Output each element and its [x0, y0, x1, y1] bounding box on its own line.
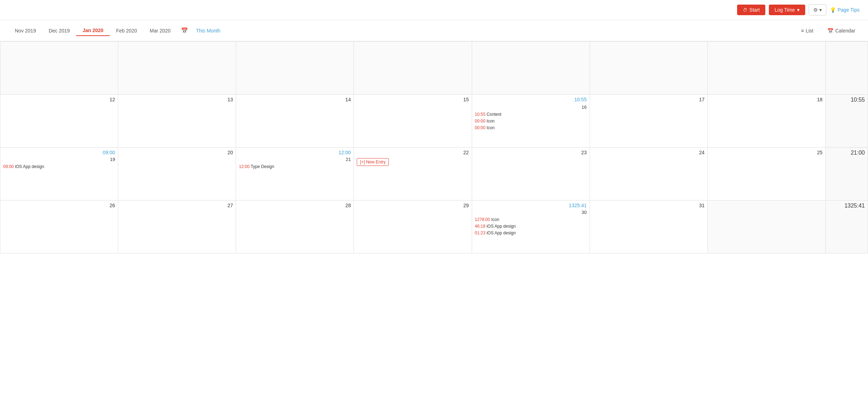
- day-number: 15: [357, 97, 469, 102]
- list-icon: ≡: [801, 28, 804, 34]
- day-number: 25: [711, 150, 822, 155]
- day-cell-13: 13: [118, 95, 236, 148]
- new-entry-button[interactable]: [+] New Entry: [357, 158, 388, 166]
- entry-0900-ios[interactable]: 09:00 iOS App design: [3, 163, 115, 170]
- day-cell: [708, 42, 826, 95]
- calendar-view-button[interactable]: 📅 Calendar: [823, 26, 860, 36]
- day-number-19: 19: [3, 157, 115, 162]
- day-cell-24: 24: [590, 148, 708, 200]
- bulb-icon: 💡: [830, 7, 836, 13]
- dropdown-arrow-icon: ▾: [797, 7, 800, 13]
- month-tab-nov2019[interactable]: Nov 2019: [8, 26, 42, 36]
- month-tab-jan2020[interactable]: Jan 2020: [76, 25, 110, 36]
- day-number: 23: [475, 150, 587, 155]
- day-number: 27: [121, 203, 233, 208]
- month-tab-mar2020[interactable]: Mar 2020: [143, 26, 177, 36]
- calendar-icon: 📅: [827, 28, 833, 34]
- day-total-19: 09:00: [3, 150, 115, 155]
- day-cell-18: 18: [708, 95, 826, 148]
- day-cell: [0, 42, 118, 95]
- day-number: 18: [711, 97, 822, 102]
- new-entry-container: [+] New Entry: [357, 157, 469, 166]
- day-cell-29: 29: [354, 200, 472, 253]
- day-cell-30[interactable]: 1325:41 30 1278:00 Icon 46:18 iOS App de…: [472, 200, 590, 253]
- day-number: 20: [121, 150, 233, 155]
- day-cell-12: 12: [0, 95, 118, 148]
- day-number: 29: [357, 203, 469, 208]
- day-number: 13: [121, 97, 233, 102]
- toolbar: ⏱ Start Log Time ▾ ⚙ ▾ 💡 Page Tips: [0, 0, 868, 20]
- entry-1200-type[interactable]: 12:00 Type Design: [239, 163, 351, 170]
- month-nav-right: ≡ List 📅 Calendar: [797, 26, 860, 36]
- day-number: 26: [3, 203, 115, 208]
- day-cell-22: 22 [+] New Entry: [354, 148, 472, 200]
- gear-button[interactable]: ⚙ ▾: [809, 4, 826, 16]
- day-number: 12: [3, 97, 115, 102]
- day-number-30: 30: [475, 210, 587, 215]
- day-cell-26: 26: [0, 200, 118, 253]
- entry-1278-icon[interactable]: 1278:00 Icon: [475, 216, 587, 223]
- day-cell: [236, 42, 354, 95]
- day-number: 31: [593, 203, 705, 208]
- day-cell-27: 27: [118, 200, 236, 253]
- entry-1055-content[interactable]: 10:55 Content: [475, 111, 587, 118]
- day-cell-empty-end: [708, 200, 826, 253]
- calendar-label: Calendar: [835, 28, 855, 34]
- time-entry-30: 1278:00 Icon 46:18 iOS App design 01:23 …: [475, 216, 587, 237]
- day-cell: [118, 42, 236, 95]
- month-nav: Nov 2019 Dec 2019 Jan 2020 Feb 2020 Mar …: [0, 20, 868, 41]
- time-entry-19: 09:00 iOS App design: [3, 163, 115, 170]
- week-summary-cell: [826, 42, 868, 95]
- entry-4618-ios[interactable]: 46:18 iOS App design: [475, 223, 587, 230]
- start-button[interactable]: ⏱ Start: [737, 5, 766, 15]
- day-total-21: 12:00: [239, 150, 351, 155]
- day-cell-21[interactable]: 12:00 21 12:00 Type Design: [236, 148, 354, 200]
- day-number-21: 21: [239, 157, 351, 162]
- time-entry-21: 12:00 Type Design: [239, 163, 351, 170]
- day-number: 17: [593, 97, 705, 102]
- gear-icon: ⚙: [813, 7, 818, 13]
- list-label: List: [806, 28, 813, 34]
- calendar-container: 12 13 14 15 10:55 16 10:55 Content 00:00…: [0, 41, 868, 253]
- calendar-picker-button[interactable]: 📅: [177, 25, 192, 36]
- entry-0123-ios[interactable]: 01:23 iOS App design: [475, 230, 587, 237]
- day-cell-14: 14: [236, 95, 354, 148]
- day-16-header: 16: [475, 104, 587, 111]
- week-summary-4: 1325:41: [826, 200, 868, 253]
- day-cell-25: 25: [708, 148, 826, 200]
- day-cell: [472, 42, 590, 95]
- list-view-button[interactable]: ≡ List: [797, 26, 818, 36]
- day-number: 14: [239, 97, 351, 102]
- page-tips-label: Page Tips: [838, 7, 860, 13]
- week-summary-2: 10:55: [826, 95, 868, 148]
- month-nav-left: Nov 2019 Dec 2019 Jan 2020 Feb 2020 Mar …: [8, 25, 797, 36]
- day-number: 10:55: [475, 97, 587, 102]
- entry-0000-icon1[interactable]: 00:00 Icon: [475, 118, 587, 125]
- week-4-total: 1325:41: [828, 203, 865, 209]
- log-time-label: Log Time: [774, 7, 795, 13]
- day-cell-17: 17: [590, 95, 708, 148]
- day-cell-15: 15: [354, 95, 472, 148]
- day-total-30: 1325:41: [475, 203, 587, 208]
- clock-icon: ⏱: [743, 7, 747, 13]
- gear-dropdown-icon: ▾: [819, 7, 822, 13]
- page-tips-link[interactable]: 💡 Page Tips: [830, 7, 860, 13]
- month-tab-dec2019[interactable]: Dec 2019: [42, 26, 76, 36]
- day-number: 24: [593, 150, 705, 155]
- entry-0000-icon2[interactable]: 00:00 Icon: [475, 125, 587, 131]
- time-entry: 16 10:55 Content 00:00 Icon 00:00 Icon: [475, 104, 587, 131]
- day-cell: [354, 42, 472, 95]
- day-cell: [590, 42, 708, 95]
- day-number: 28: [239, 203, 351, 208]
- day-cell-23: 23: [472, 148, 590, 200]
- log-time-button[interactable]: Log Time ▾: [769, 5, 805, 15]
- day-cell-20: 20: [118, 148, 236, 200]
- day-cell-16[interactable]: 10:55 16 10:55 Content 00:00 Icon 00:00 …: [472, 95, 590, 148]
- month-tab-feb2020[interactable]: Feb 2020: [110, 26, 143, 36]
- day-cell-19[interactable]: 09:00 19 09:00 iOS App design: [0, 148, 118, 200]
- week-2-total: 10:55: [828, 97, 865, 103]
- day-cell-31: 31: [590, 200, 708, 253]
- day-cell-28: 28: [236, 200, 354, 253]
- this-month-button[interactable]: This Month: [192, 26, 224, 36]
- day-number: 22: [357, 150, 469, 155]
